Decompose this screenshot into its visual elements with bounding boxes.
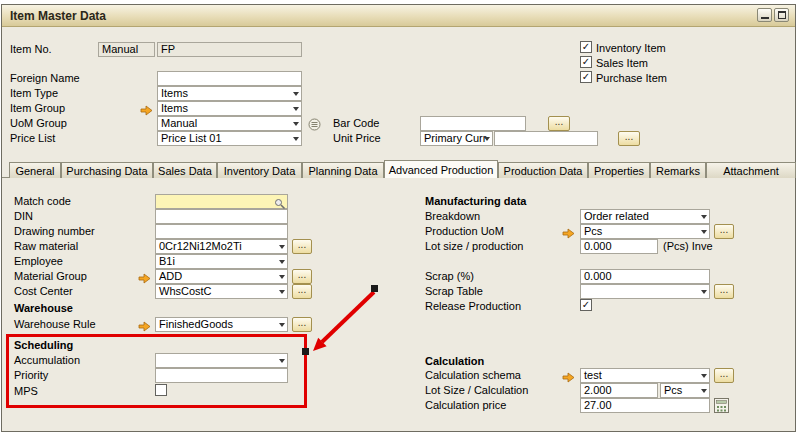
unit-price-label: Unit Price xyxy=(333,132,381,145)
mps-checkbox[interactable] xyxy=(155,384,167,396)
calculation-price-label: Calculation price xyxy=(425,399,506,412)
chevron-down-icon xyxy=(279,245,285,249)
warehouse-rule-combo[interactable]: FinishedGoods xyxy=(155,317,288,332)
minimize-button[interactable] xyxy=(757,8,772,22)
warehouse-rule-browse-button[interactable]: ... xyxy=(292,317,312,332)
link-arrow-icon[interactable] xyxy=(138,318,151,329)
item-no-label: Item No. xyxy=(10,43,52,56)
price-list-label: Price List xyxy=(10,132,55,145)
raw-material-browse-button[interactable]: ... xyxy=(292,239,312,254)
minimize-icon xyxy=(761,17,769,19)
tab-inventory-data[interactable]: Inventory Data xyxy=(217,162,302,178)
production-uom-browse-button[interactable]: ... xyxy=(714,224,734,239)
foreign-name-field[interactable] xyxy=(157,71,302,86)
cost-center-combo[interactable]: WhsCostC xyxy=(155,284,288,299)
chevron-down-icon xyxy=(701,290,707,294)
chevron-down-icon xyxy=(701,374,707,378)
unit-price-field[interactable] xyxy=(494,131,598,146)
material-group-browse-button[interactable]: ... xyxy=(292,269,312,284)
chevron-down-icon xyxy=(293,92,299,96)
scrap-table-browse-button[interactable]: ... xyxy=(714,284,734,299)
link-arrow-icon[interactable] xyxy=(562,225,575,236)
release-production-label: Release Production xyxy=(425,300,521,313)
tab-properties[interactable]: Properties xyxy=(588,162,650,178)
material-group-label: Material Group xyxy=(14,270,87,283)
maximize-button[interactable] xyxy=(774,8,789,22)
item-no-mode-field[interactable]: Manual xyxy=(98,42,155,57)
bar-code-field[interactable] xyxy=(420,116,526,131)
production-uom-label: Production UoM xyxy=(425,225,504,238)
din-field[interactable] xyxy=(155,209,288,224)
chevron-down-icon xyxy=(293,137,299,141)
raw-material-label: Raw material xyxy=(14,240,78,253)
tab-strip: General Purchasing Data Sales Data Inven… xyxy=(9,160,796,178)
calculation-schema-combo[interactable]: test xyxy=(580,368,710,383)
link-arrow-icon[interactable] xyxy=(138,270,151,281)
accumulation-combo[interactable] xyxy=(155,353,288,368)
tab-planning-data[interactable]: Planning Data xyxy=(302,162,384,178)
item-type-combo[interactable]: Items xyxy=(157,86,302,101)
screenshot-canvas: Item Master Data Item No. Manual FP ✓ In… xyxy=(0,0,801,432)
item-no-field[interactable]: FP xyxy=(157,42,302,57)
match-code-field[interactable] xyxy=(155,194,288,209)
manufacturing-data-header: Manufacturing data xyxy=(425,195,526,208)
release-production-checkbox[interactable]: ✓ xyxy=(580,299,592,311)
breakdown-label: Breakdown xyxy=(425,210,480,223)
drawing-number-field[interactable] xyxy=(155,224,288,239)
priority-field[interactable] xyxy=(155,368,288,383)
tab-production-data[interactable]: Production Data xyxy=(498,162,588,178)
chevron-down-icon xyxy=(279,290,285,294)
sales-item-checkbox[interactable]: ✓ xyxy=(580,56,592,68)
chevron-down-icon xyxy=(701,389,707,393)
chevron-down-icon xyxy=(701,215,707,219)
lot-size-calculation-field[interactable]: 2.000 xyxy=(580,383,658,398)
link-arrow-icon[interactable] xyxy=(140,102,153,113)
tab-attachment[interactable]: Attachment xyxy=(706,162,796,178)
price-list-combo[interactable]: Price List 01 xyxy=(157,131,302,146)
calculator-icon[interactable] xyxy=(714,398,730,418)
lot-size-calculation-uom-combo[interactable]: Pcs xyxy=(660,383,710,398)
production-uom-combo[interactable]: Pcs xyxy=(580,224,710,239)
lot-size-calculation-label: Lot Size / Calculation xyxy=(425,384,528,397)
priority-label: Priority xyxy=(14,369,48,382)
item-group-combo[interactable]: Items xyxy=(157,101,302,116)
match-code-label: Match code xyxy=(14,195,71,208)
item-group-label: Item Group xyxy=(10,102,65,115)
tab-sales-data[interactable]: Sales Data xyxy=(153,162,217,178)
material-group-combo[interactable]: ADD xyxy=(155,269,288,284)
calculation-schema-browse-button[interactable]: ... xyxy=(714,368,734,383)
tab-general[interactable]: General xyxy=(9,162,61,178)
tab-advanced-production[interactable]: Advanced Production xyxy=(384,160,498,178)
chevron-down-icon xyxy=(701,230,707,234)
bar-code-browse-button[interactable]: ... xyxy=(548,116,570,131)
item-type-label: Item Type xyxy=(10,87,58,100)
calculation-price-field[interactable]: 27.00 xyxy=(580,398,710,413)
lot-size-production-field[interactable]: 0.000 xyxy=(580,239,658,254)
raw-material-combo[interactable]: 0Cr12Ni12Mo2Ti xyxy=(155,239,288,254)
chevron-down-icon xyxy=(293,122,299,126)
uom-group-definition-icon[interactable] xyxy=(308,117,321,135)
lot-size-production-label: Lot size / production xyxy=(425,240,523,253)
uom-group-label: UoM Group xyxy=(10,117,67,130)
link-arrow-icon[interactable] xyxy=(562,369,575,380)
chevron-down-icon xyxy=(279,260,285,264)
tab-remarks[interactable]: Remarks xyxy=(650,162,706,178)
unit-price-currency-combo[interactable]: Primary Curr xyxy=(420,131,493,146)
unit-price-browse-button[interactable]: ... xyxy=(618,131,640,146)
chevron-down-icon xyxy=(279,323,285,327)
tab-purchasing-data[interactable]: Purchasing Data xyxy=(61,162,153,178)
purchase-item-checkbox[interactable]: ✓ xyxy=(580,71,592,83)
purchase-item-label: Purchase Item xyxy=(596,72,667,85)
window-titlebar[interactable]: Item Master Data xyxy=(2,5,795,27)
breakdown-combo[interactable]: Order related xyxy=(580,209,710,224)
employee-combo[interactable]: B1i xyxy=(155,254,288,269)
uom-group-combo[interactable]: Manual xyxy=(157,116,302,131)
cost-center-browse-button[interactable]: ... xyxy=(292,284,312,299)
foreign-name-label: Foreign Name xyxy=(10,72,80,85)
scrap-pct-field[interactable]: 0.000 xyxy=(580,269,710,284)
scrap-table-combo[interactable] xyxy=(580,284,710,299)
warehouse-rule-label: Warehouse Rule xyxy=(14,318,96,331)
mps-label: MPS xyxy=(14,385,38,398)
inventory-item-checkbox[interactable]: ✓ xyxy=(580,41,592,53)
accumulation-label: Accumulation xyxy=(14,354,80,367)
